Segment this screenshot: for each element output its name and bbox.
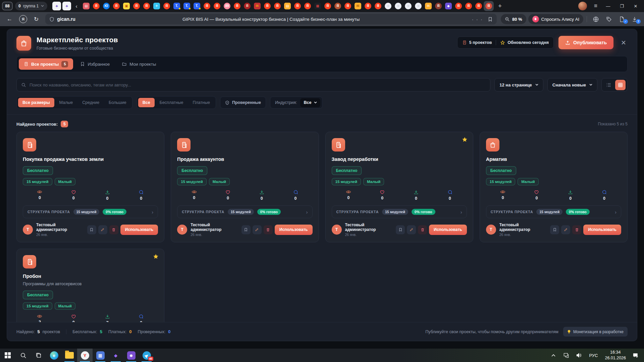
size-filter-pill[interactable]: Малые [55,98,77,107]
project-card[interactable]: Пробон Программы для автосервисов Беспла… [16,249,164,322]
browser-tab[interactable]: Я [162,1,172,11]
browser-tab[interactable]: Я [262,1,272,11]
browser-tab[interactable]: Я [323,1,333,11]
window-restore-button[interactable]: ❐ [615,0,628,12]
browser-tab[interactable]: ✈ [152,1,162,11]
taskbar-app-button[interactable]: e [46,349,62,362]
yandex-home-button[interactable]: Я [19,15,27,23]
new-tab-button[interactable]: + [495,2,505,10]
collections-button[interactable] [603,16,614,22]
browser-tab[interactable]: Т. [192,1,202,11]
bookmark-button[interactable] [396,225,405,234]
browser-tab[interactable]: ✉ [423,1,433,11]
project-card[interactable]: Продажа аккаунтов Бесплатно 15 модулей М… [171,132,319,242]
browser-tab[interactable]: ◆ [443,1,453,11]
taskbar-app-button[interactable]: ▶ 40 [139,349,154,362]
edit-button[interactable] [407,225,416,234]
tab-group-button[interactable]: 0 группа 1 [15,2,47,10]
bookmark-button[interactable] [550,225,559,234]
volume-tray-icon[interactable] [573,349,585,362]
pinned-tab[interactable]: ✦ [62,2,71,10]
use-project-button[interactable]: Использовать [583,225,621,235]
project-structure-row[interactable]: СТРУКТУРА ПРОЕКТА 15 модулей 0% готово › [332,205,467,218]
size-filter-pill[interactable]: Все размеры [18,98,54,107]
pinned-tab[interactable]: ✦ [52,2,61,10]
browser-tab[interactable]: Я [433,1,443,11]
browser-tab[interactable]: ▤ [282,1,292,11]
browser-tab[interactable]: Я [363,1,373,11]
zoom-control[interactable]: 80 % [501,14,526,24]
tab-favorites[interactable]: Избранное [75,58,115,70]
browser-tab[interactable]: Я [343,1,353,11]
browser-tab[interactable]: Я [242,1,252,11]
price-filter-pill[interactable]: Бесплатные [155,98,188,107]
tab-all-projects[interactable]: Все проекты 5 [19,58,73,70]
taskbar-app-button[interactable] [62,349,77,362]
browser-tab[interactable]: ▦ [313,1,323,11]
project-structure-row[interactable]: СТРУКТУРА ПРОЕКТА 15 модулей 0% готово › [177,205,312,218]
browser-tab[interactable]: Я [212,1,222,11]
network-tray-icon[interactable] [560,349,572,362]
browser-tab[interactable]: Т. [172,1,182,11]
delete-button[interactable] [418,225,427,234]
browser-tab[interactable]: Я [484,1,494,11]
price-filter-pill[interactable]: Все [138,98,155,107]
project-card[interactable]: Покупка продажа участков земли Бесплатно… [16,132,164,242]
browser-tab[interactable]: Я [91,1,101,11]
price-filter-pill[interactable]: Платные [188,98,214,107]
edit-button[interactable] [561,225,570,234]
browser-tab[interactable]: Я [111,1,121,11]
taskbar-app-button[interactable]: ◆ [108,349,123,362]
downloads-button[interactable]: 7 [629,16,640,22]
edit-button[interactable] [253,225,262,234]
use-project-button[interactable]: Использовать [429,225,467,235]
taskbar-app-button[interactable]: Y [77,349,93,362]
taskbar-app-button[interactable]: ☻ [123,349,139,362]
window-minimize-button[interactable]: — [602,0,614,12]
taskbar-search-button[interactable] [15,349,31,362]
browser-tab[interactable]: ○ [413,1,423,11]
browser-tab[interactable]: Я [453,1,464,11]
address-bar[interactable]: gican.ru GIPIX BIS AI — Визуальный конст… [45,14,497,24]
use-project-button[interactable]: Использовать [120,225,158,235]
list-view-button[interactable] [603,80,614,90]
project-card[interactable]: Арматив Бесплатно 15 модулей Малый 0 [480,132,628,242]
browser-tab[interactable]: Я [292,1,303,11]
browser-tab[interactable]: Т. [182,1,192,11]
start-button[interactable] [0,349,15,362]
profile-avatar[interactable] [578,2,587,10]
publish-button[interactable]: Опубликовать [558,36,613,49]
browser-tab[interactable]: ▣ [121,1,131,11]
browser-tab[interactable]: Я [474,1,484,11]
tab-counter-button[interactable]: 88 [2,2,13,10]
industry-select[interactable]: Все [300,98,320,107]
verified-filter-button[interactable]: Проверенные [220,97,266,109]
browser-tab[interactable]: Я [373,1,383,11]
browser-menu-button[interactable]: ≡ [591,3,601,9]
browser-tab[interactable]: ▤ [81,1,91,11]
language-indicator[interactable]: РУС [586,353,601,358]
address-more-button[interactable]: · · · [472,16,483,22]
task-view-button[interactable] [31,349,46,362]
tab-my-projects[interactable]: Мои проекты [117,58,161,70]
tray-expand-button[interactable] [548,349,559,362]
saved-pages-button[interactable]: ✓ [616,16,627,22]
per-page-select[interactable]: 12 на странице [494,78,543,92]
use-project-button[interactable]: Использовать [275,225,313,235]
search-input[interactable] [30,82,486,87]
browser-tab[interactable]: ○ [383,1,393,11]
browser-tab[interactable]: Я [333,1,343,11]
browser-tab[interactable]: Я [272,1,282,11]
taskbar-app-button[interactable]: ▦ [93,349,108,362]
browser-tab[interactable]: ○ [393,1,403,11]
browser-tab[interactable]: Ю [101,1,111,11]
size-filter-pill[interactable]: Средние [78,98,104,107]
bookmark-icon[interactable] [488,16,493,22]
browser-tab[interactable]: Я [202,1,212,11]
taskbar-clock[interactable]: 16:34 26.01.2026 [602,350,629,361]
translate-globe-button[interactable] [590,16,601,22]
delete-button[interactable] [109,225,118,234]
browser-tab[interactable]: 89 [222,1,232,11]
bookmark-button[interactable] [87,225,96,234]
bookmark-button[interactable] [241,225,251,234]
